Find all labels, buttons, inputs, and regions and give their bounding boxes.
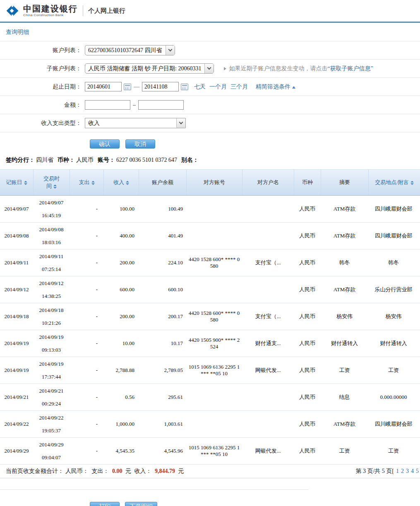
- cell-location: 乐山分行营业部: [368, 276, 420, 303]
- table-row: 2014/09/292014/09/2909:04:07-4,545.354,5…: [0, 438, 420, 465]
- breadcrumb-link[interactable]: 查询明细: [6, 29, 29, 35]
- cell-date: 2014/09/19: [0, 330, 33, 357]
- bank-name-cn: 中国建设银行: [23, 5, 78, 13]
- cell-currency: 人民币: [294, 438, 321, 464]
- table-row: 2014/09/212014/09/2100:29:24-0.56295.61人…: [0, 384, 420, 411]
- branch-label: 签约分行：: [6, 157, 35, 163]
- cell-counterparty-account: [186, 223, 242, 249]
- table-header: 记账日交易时间支出收入账户余额对方账号对方户名币种摘要交易地点/附言: [0, 169, 420, 196]
- cell-expense: -: [70, 438, 103, 464]
- cell-time: 2014/09/2100:29:24: [33, 384, 70, 410]
- cell-counterparty-name: 网银代发...: [242, 438, 294, 464]
- summary-bar: 当前页收支金额合计：人民币： 支出： 0.00 元 收入： 9,844.79 元…: [0, 465, 420, 478]
- column-header-expense[interactable]: 支出: [70, 170, 103, 195]
- cell-date: 2014/09/08: [0, 223, 33, 249]
- column-header-balance: 账户余额: [139, 170, 186, 195]
- cell-currency: 人民币: [294, 196, 321, 222]
- date-from-input[interactable]: [85, 82, 122, 91]
- app-header: 中国建设银行 China Construction Bank 个人网上银行: [0, 0, 420, 22]
- pagination: 第 3 页/共 5 页[12345: [355, 468, 419, 475]
- cell-income: 0.56: [103, 384, 139, 410]
- cell-balance: 4,545.96: [139, 438, 186, 464]
- cell-summary: 财付通转入: [321, 330, 368, 357]
- inout-type-select[interactable]: 收入: [85, 118, 186, 128]
- cell-income: 600.00: [103, 276, 139, 303]
- column-header-income[interactable]: 收入: [103, 170, 139, 195]
- cell-counterparty-account: [186, 411, 242, 437]
- cell-currency: 人民币: [294, 357, 321, 384]
- calendar-icon[interactable]: [181, 84, 188, 90]
- cell-counterparty-account: 1015 1069 6136 2295 1 *** **05 10: [186, 357, 242, 384]
- cell-counterparty-account: 1015 1069 6136 2295 1 *** **05 10: [186, 438, 242, 464]
- cell-income: 10.00: [103, 330, 139, 357]
- cell-expense: -: [70, 276, 103, 303]
- account-number-label: 账号：: [98, 157, 115, 163]
- cell-location: 四川峨眉财会部: [368, 223, 420, 249]
- cell-currency: 人民币: [294, 249, 321, 276]
- cell-time: 2014/09/2909:04:07: [33, 438, 70, 464]
- calendar-icon[interactable]: [124, 84, 131, 90]
- cell-counterparty-name: [242, 223, 294, 249]
- cell-currency: 人民币: [294, 303, 321, 330]
- collapse-filter-link[interactable]: 精简筛选条件: [256, 83, 295, 91]
- download-details-button[interactable]: 下载明细: [125, 502, 157, 506]
- column-header-location[interactable]: 交易地点/附言: [368, 170, 420, 195]
- amount-label: 金额：: [0, 101, 85, 109]
- page-totals: 当前页收支金额合计：人民币： 支出： 0.00 元 收入： 9,844.79 元: [6, 468, 186, 475]
- column-header-counterparty-account: 对方账号: [186, 170, 242, 195]
- cell-expense: -: [70, 357, 103, 384]
- cell-balance: 401.49: [139, 223, 186, 249]
- cell-expense: -: [70, 384, 103, 410]
- page-link-1[interactable]: 1: [396, 468, 399, 474]
- quick-range-link-1[interactable]: 一个月: [209, 84, 227, 90]
- cell-expense: -: [70, 223, 103, 249]
- table-row: 2014/09/192014/09/1917:37:44-2,788.882,7…: [0, 357, 420, 384]
- table-row: 2014/09/122014/09/1214:38:25-600.00600.1…: [0, 276, 420, 303]
- cell-summary: ATM存款: [321, 276, 368, 303]
- cell-time: 2014/09/1107:25:14: [33, 249, 70, 276]
- cell-summary: 工资: [321, 438, 368, 464]
- inout-type-label: 收入支出类型：: [0, 120, 85, 127]
- account-list-select[interactable]: 6227003651010372647 四川省: [85, 45, 175, 55]
- bank-name: 中国建设银行 China Construction Bank: [23, 5, 78, 17]
- cell-currency: 人民币: [294, 411, 321, 437]
- form-row-date-range: 起止日期： — 七天一个月三个月 精简筛选条件: [0, 78, 420, 96]
- cell-counterparty-name: [242, 196, 294, 222]
- page-link-3[interactable]: 3: [406, 468, 409, 474]
- cell-time: 2014/09/1214:38:25: [33, 276, 70, 303]
- page-link-4[interactable]: 4: [411, 468, 414, 474]
- cancel-button[interactable]: 取消: [125, 139, 155, 149]
- cell-summary: 韩冬: [321, 249, 368, 276]
- cell-income: 1,000.00: [103, 411, 139, 437]
- cell-date: 2014/09/29: [0, 438, 33, 464]
- fetch-sub-account-link[interactable]: “获取子账户信息”: [327, 65, 373, 72]
- print-button[interactable]: 打印: [90, 502, 120, 506]
- cell-balance: 2,789.05: [139, 357, 186, 384]
- date-to-input[interactable]: [142, 82, 179, 91]
- column-header-time[interactable]: 交易时间: [33, 170, 70, 195]
- confirm-button[interactable]: 确认: [90, 139, 120, 149]
- cell-balance: 1,003.61: [139, 411, 186, 437]
- amount-to-input[interactable]: [138, 100, 184, 110]
- date-dash: —: [134, 84, 139, 90]
- cell-date: 2014/09/11: [0, 249, 33, 276]
- income-label: 收入：: [134, 468, 152, 474]
- page-link-2[interactable]: 2: [401, 468, 404, 474]
- cell-summary: ATM存款: [321, 196, 368, 222]
- income-total: 9,844.79: [155, 468, 175, 474]
- sort-icon: [410, 181, 414, 185]
- cell-time: 2014/09/1810:21:26: [33, 303, 70, 330]
- column-header-date[interactable]: 记账日: [0, 170, 33, 195]
- page-link-5[interactable]: 5: [416, 468, 419, 474]
- sub-account-hint: 如果近期子账户信息发生变动，请点击“获取子账户信息”: [224, 65, 373, 72]
- cell-summary: ATM存款: [321, 411, 368, 437]
- table-row: 2014/09/112014/09/1107:25:14-200.00224.1…: [0, 249, 420, 276]
- quick-range-link-2[interactable]: 三个月: [230, 84, 248, 90]
- amount-from-input[interactable]: [85, 100, 130, 110]
- cell-counterparty-name: 支付宝（...: [242, 249, 294, 276]
- header-divider: [83, 5, 83, 16]
- sub-account-select[interactable]: 人民币 活期储蓄 活期 钞 开户日期: 20060331: [85, 63, 214, 74]
- cell-counterparty-account: [186, 196, 242, 222]
- quick-range-link-0[interactable]: 七天: [194, 84, 206, 90]
- account-info: 签约分行：四川省币种：人民币账号：6227 0036 5101 0372 647…: [0, 152, 420, 169]
